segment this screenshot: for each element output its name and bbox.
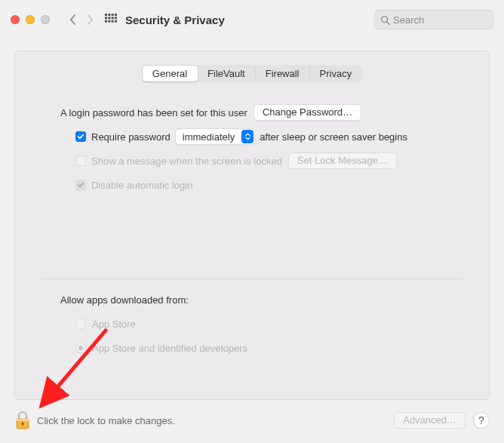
lock-button[interactable] (14, 411, 31, 430)
window-title: Security & Privacy (125, 14, 225, 26)
search-input[interactable] (393, 14, 487, 26)
require-password-suffix: after sleep or screen saver begins (260, 131, 407, 143)
check-icon (77, 133, 85, 140)
select-stepper-icon (241, 130, 254, 143)
back-button[interactable] (65, 11, 81, 29)
tab-privacy[interactable]: Privacy (310, 66, 362, 82)
svg-rect-10 (112, 20, 114, 23)
radio-identified-developers-label: App Store and identified developers (92, 343, 247, 354)
tab-general[interactable]: General (143, 66, 198, 82)
svg-rect-0 (105, 14, 107, 16)
svg-line-13 (387, 21, 389, 23)
svg-rect-18 (22, 423, 23, 426)
radio-identified-developers (75, 343, 86, 353)
svg-rect-2 (112, 14, 114, 16)
tab-firewall[interactable]: Firewall (256, 66, 310, 82)
search-field[interactable] (374, 10, 493, 29)
footer: Click the lock to make changes. Advanced… (14, 407, 490, 434)
svg-rect-4 (105, 17, 107, 19)
advanced-button: Advanced… (394, 412, 466, 429)
lock-hint-text: Click the lock to make changes. (37, 415, 175, 426)
close-window-button[interactable] (11, 15, 20, 24)
chevron-right-icon (85, 14, 94, 26)
svg-rect-8 (105, 20, 107, 23)
svg-rect-11 (115, 20, 117, 23)
search-icon (380, 15, 390, 25)
show-all-button[interactable] (103, 11, 119, 29)
preferences-panel: General FileVault Firewall Privacy A log… (14, 51, 490, 400)
grid-icon (105, 14, 117, 26)
forward-button (81, 11, 98, 29)
tab-bar: General FileVault Firewall Privacy (15, 65, 489, 82)
svg-rect-16 (17, 419, 29, 421)
titlebar: Security & Privacy (0, 0, 504, 39)
radio-app-store (75, 318, 86, 329)
radio-app-store-label: App Store (92, 318, 136, 330)
window-controls (11, 15, 50, 24)
select-value: immediately (176, 131, 241, 143)
require-password-label: Require password (91, 131, 171, 143)
svg-rect-1 (108, 14, 110, 16)
show-message-checkbox (75, 155, 86, 166)
allow-apps-title: Allow apps downloaded from: (41, 294, 463, 306)
help-button[interactable]: ? (473, 412, 490, 429)
require-password-delay-select[interactable]: immediately (175, 128, 255, 145)
chevron-left-icon (69, 14, 78, 26)
svg-rect-9 (108, 20, 110, 23)
show-message-label: Show a message when the screen is locked (91, 155, 282, 167)
change-password-button[interactable]: Change Password… (254, 104, 361, 121)
tab-filevault[interactable]: FileVault (198, 66, 256, 82)
require-password-checkbox[interactable] (75, 131, 86, 142)
check-icon (77, 181, 85, 189)
disable-auto-login-checkbox (75, 180, 86, 190)
password-set-label: A login password has been set for this u… (60, 107, 247, 118)
general-content: A login password has been set for this u… (15, 82, 489, 357)
disable-auto-login-label: Disable automatic login (91, 180, 192, 191)
svg-rect-5 (108, 17, 110, 19)
svg-rect-3 (115, 14, 117, 16)
zoom-window-button (41, 15, 50, 24)
svg-rect-7 (115, 17, 117, 19)
minimize-window-button[interactable] (26, 15, 35, 24)
set-lock-message-button: Set Lock Message… (288, 152, 397, 169)
divider (41, 278, 463, 279)
svg-rect-6 (112, 17, 114, 19)
lock-icon (14, 411, 31, 430)
